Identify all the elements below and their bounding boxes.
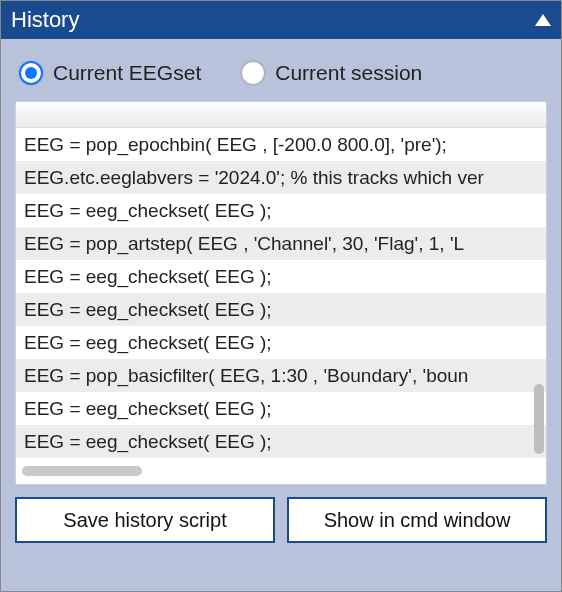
panel-title: History bbox=[11, 7, 79, 33]
horizontal-scrollbar[interactable] bbox=[22, 466, 526, 476]
radio-label: Current EEGset bbox=[53, 61, 201, 85]
list-item[interactable]: EEG = pop_artstep( EEG , 'Channel', 30, … bbox=[16, 227, 546, 260]
list-item[interactable]: EEG = pop_basicfilter( EEG, 1:30 , 'Boun… bbox=[16, 359, 546, 392]
radio-icon bbox=[19, 61, 43, 85]
radio-label: Current session bbox=[275, 61, 422, 85]
vertical-scrollbar-thumb[interactable] bbox=[534, 384, 544, 454]
save-history-script-button[interactable]: Save history script bbox=[15, 497, 275, 543]
vertical-scrollbar[interactable] bbox=[532, 130, 544, 454]
history-scope-radios: Current EEGset Current session bbox=[15, 55, 547, 101]
show-cmd-window-button[interactable]: Show in cmd window bbox=[287, 497, 547, 543]
list-item[interactable]: EEG = pop_epochbin( EEG , [-200.0 800.0]… bbox=[16, 128, 546, 161]
panel-header: History bbox=[1, 1, 561, 39]
list-item[interactable]: EEG = eeg_checkset( EEG ); bbox=[16, 326, 546, 359]
button-row: Save history script Show in cmd window bbox=[15, 497, 547, 543]
list-item[interactable]: EEG = eeg_checkset( EEG ); bbox=[16, 260, 546, 293]
collapse-icon[interactable] bbox=[535, 14, 551, 26]
list-item[interactable]: EEG = eeg_checkset( EEG ); bbox=[16, 425, 546, 458]
list-item[interactable]: EEG.etc.eeglabvers = '2024.0'; % this tr… bbox=[16, 161, 546, 194]
history-panel: History Current EEGset Current session E… bbox=[0, 0, 562, 592]
list-item[interactable]: EEG = eeg_checkset( EEG ); bbox=[16, 194, 546, 227]
list-item[interactable]: EEG = eeg_checkset( EEG ); bbox=[16, 392, 546, 425]
radio-current-session[interactable]: Current session bbox=[241, 61, 422, 85]
radio-current-eegset[interactable]: Current EEGset bbox=[19, 61, 201, 85]
history-list[interactable]: EEG = pop_epochbin( EEG , [-200.0 800.0]… bbox=[15, 101, 547, 485]
radio-dot-icon bbox=[25, 67, 37, 79]
list-header-band bbox=[16, 102, 546, 128]
list-item[interactable]: EEG = eeg_checkset( EEG ); bbox=[16, 293, 546, 326]
list-viewport: EEG = pop_epochbin( EEG , [-200.0 800.0]… bbox=[16, 128, 546, 458]
radio-icon bbox=[241, 61, 265, 85]
horizontal-scrollbar-thumb[interactable] bbox=[22, 466, 142, 476]
panel-body: Current EEGset Current session EEG = pop… bbox=[1, 39, 561, 553]
